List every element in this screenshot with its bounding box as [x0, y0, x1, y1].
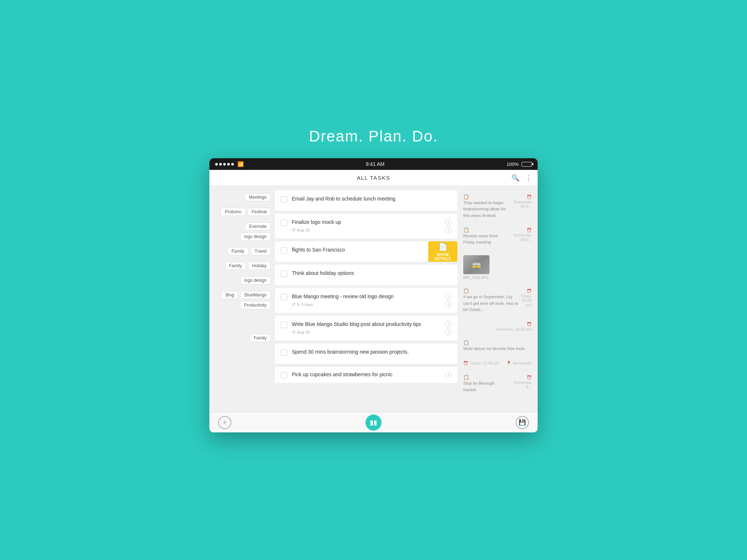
more-options-button[interactable]: ⋮ [525, 174, 532, 182]
battery-percent: 100% [507, 162, 519, 167]
tag-group-7: Blog BlueMango Productivity [214, 291, 271, 309]
task-sub-6: ↺ Aug 28. [292, 330, 441, 335]
tag-productivity[interactable]: Productivity [240, 301, 271, 309]
task-checkbox-3[interactable] [281, 247, 287, 254]
tag-travel[interactable]: Travel [251, 247, 271, 255]
task-item-8-partial: Pick up cupcakes and strawberries for pi… [275, 367, 457, 383]
task-title-2: Finalize logo mock up [292, 219, 441, 226]
task-content-3: flights to San Francisco [292, 246, 425, 254]
main-content: Meetings Probono Festival Evernote logo … [209, 186, 538, 412]
task-item-1: Email Jay and Rob to schedule lunch meet… [275, 190, 457, 211]
save-button[interactable]: 💾 [516, 416, 529, 429]
task-info-btn-8a[interactable]: i [445, 372, 452, 378]
task-checkbox-8[interactable] [281, 372, 287, 378]
panel-alarm-icon-5: ⏰ [527, 322, 532, 326]
signal-dot-1 [215, 163, 218, 166]
tag-logo-design-2[interactable]: logo design [240, 276, 271, 284]
outer-wrapper: Dream. Plan. Do. 📶 9:41 AM 100% ALL TAS [209, 128, 538, 432]
task-info-btn-6a[interactable]: i [445, 321, 452, 327]
task-item-7: Spend 30 mins brainstorming new passion … [275, 343, 457, 364]
tag-family-1[interactable]: Family [228, 247, 248, 255]
wifi-icon: 📶 [237, 161, 244, 167]
panel-alarm-text-4: Today, 02:00 pm [519, 294, 532, 307]
task-info-btns-8: i [445, 372, 452, 378]
panel-alarm-text-5: Tomorrow, 03:00 pm [463, 327, 532, 331]
tag-festival[interactable]: Festival [248, 208, 271, 216]
nav-title: ALL TASKS [357, 175, 390, 181]
panel-note-4: If we go in September, Lily can't get ti… [463, 294, 519, 313]
task-item-5: Blue Mango meeting - review old logo des… [275, 288, 457, 313]
tag-group-2: Probono Festival [214, 208, 271, 216]
task-content-4: Think about holiday options [292, 270, 452, 277]
panel-item-1: 📋 They wanted to begin brainstorming ide… [460, 190, 535, 223]
panel-note-1: They wanted to begin brainstorming ideas… [463, 200, 513, 219]
signal-dot-2 [219, 163, 222, 166]
status-time: 9:41 AM [366, 161, 384, 167]
right-panel: 📋 They wanted to begin brainstorming ide… [457, 186, 538, 412]
panel-alarm-text-2: Tomorrow, 09:0... [510, 233, 532, 242]
task-date-2: Aug 26. [297, 228, 311, 232]
tag-family-2[interactable]: Family [225, 262, 246, 270]
task-item-4: Think about holiday options [275, 265, 457, 285]
panel-location-icon-7: 📍 [506, 361, 511, 365]
nav-bar: ALL TASKS 🔍 ⋮ [209, 170, 538, 186]
panel-note-8: Stop by Borough market [463, 380, 507, 393]
task-info-btn-5a[interactable]: i [445, 293, 452, 300]
tag-blog[interactable]: Blog [221, 291, 238, 299]
tag-probono[interactable]: Probono [221, 208, 245, 216]
show-details-badge[interactable]: 📄 SHOWDETAILS [428, 241, 457, 262]
task-checkbox-2[interactable] [281, 219, 287, 226]
repeat-icon-5: ↺ [292, 302, 295, 307]
tag-group-9: Family [214, 334, 271, 342]
task-info-btn-6b[interactable]: i [445, 329, 452, 335]
task-content-6: Write Blue Mango Studio blog post about … [292, 321, 441, 335]
task-checkbox-6[interactable] [281, 322, 287, 328]
tags-sidebar: Meetings Probono Festival Evernote logo … [209, 186, 275, 412]
panel-item-3: 🚋 IMG_0163.JPG [460, 249, 535, 284]
task-info-btn-2b[interactable]: i [445, 227, 452, 233]
task-title-5: Blue Mango meeting - review old logo des… [292, 293, 441, 300]
device-frame: 📶 9:41 AM 100% ALL TASKS 🔍 ⋮ [209, 158, 538, 432]
panel-item-7: ⏰ Today, 12:00 pm 📍 Monmouth [460, 356, 535, 370]
task-info-btns-6: i i [445, 321, 452, 335]
task-checkbox-4[interactable] [281, 271, 287, 277]
panel-note-6: Write about my favorite free tools [463, 346, 532, 352]
tag-bluemango[interactable]: BlueMango [240, 291, 271, 299]
panel-note-icon-1: 📋 [463, 194, 469, 199]
task-info-btn-2a[interactable]: i [445, 219, 452, 225]
task-content-7: Spend 30 mins brainstorming new passion … [292, 349, 452, 356]
status-left: 📶 [215, 161, 244, 167]
panel-location-text-7: Monmouth [513, 361, 532, 365]
tag-family-3[interactable]: Family [250, 334, 271, 342]
task-date-6: Aug 28. [297, 330, 311, 334]
panel-alarm-icon-7: ⏰ [463, 361, 468, 365]
show-details-text: SHOWDETAILS [434, 253, 451, 261]
tag-evernote[interactable]: Evernote [245, 222, 271, 230]
task-checkbox-1[interactable] [281, 196, 287, 203]
add-task-button[interactable]: + [218, 416, 231, 429]
task-item-2: Finalize logo mock up ↺ Aug 26. i i [275, 214, 457, 238]
task-content-8: Pick up cupcakes and strawberries for pi… [292, 371, 441, 378]
task-info-btns-5: i i [445, 293, 452, 308]
signal-dot-3 [223, 163, 226, 166]
task-sub-2: ↺ Aug 26. [292, 228, 441, 233]
tag-meetings[interactable]: Meetings [245, 193, 271, 201]
tag-group-1: Meetings [214, 193, 271, 201]
panel-note-icon-4: 📋 [463, 288, 469, 293]
bottom-bar: + ▮▮ 💾 [209, 412, 538, 432]
panel-item-5: ⏰ Tomorrow, 03:00 pm [460, 317, 535, 335]
task-checkbox-7[interactable] [281, 349, 287, 356]
panel-alarm-icon-2: ⏰ [527, 228, 532, 232]
tag-holiday[interactable]: Holiday [248, 262, 271, 270]
show-details-icon: 📄 [438, 242, 448, 251]
tag-logo-design-1[interactable]: logo design [240, 233, 271, 241]
task-info-btn-5b[interactable]: i [445, 301, 452, 308]
task-checkbox-5[interactable] [281, 294, 287, 300]
task-info-btns-2: i i [445, 219, 452, 233]
app-tagline: Dream. Plan. Do. [309, 128, 438, 145]
task-item-6: Write Blue Mango Studio blog post about … [275, 316, 457, 341]
search-button[interactable]: 🔍 [511, 174, 519, 182]
pause-button[interactable]: ▮▮ [365, 415, 382, 431]
tag-group-6: logo design [214, 276, 271, 284]
task-title-6: Write Blue Mango Studio blog post about … [292, 321, 441, 328]
